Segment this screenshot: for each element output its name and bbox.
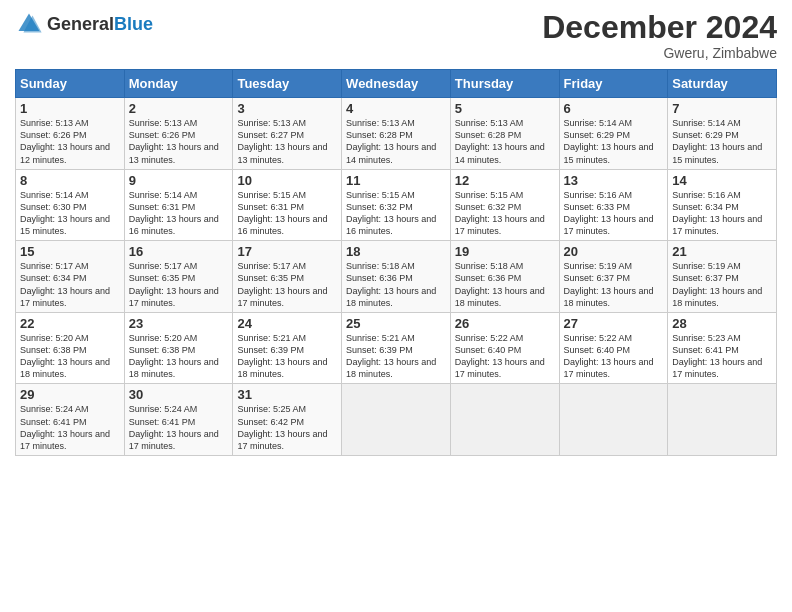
list-item: 8 Sunrise: 5:14 AMSunset: 6:30 PMDayligh… [16,169,125,241]
list-item: 21 Sunrise: 5:19 AMSunset: 6:37 PMDaylig… [668,241,777,313]
list-item: 27 Sunrise: 5:22 AMSunset: 6:40 PMDaylig… [559,312,668,384]
list-item [342,384,451,456]
table-row: 8 Sunrise: 5:14 AMSunset: 6:30 PMDayligh… [16,169,777,241]
col-monday: Monday [124,70,233,98]
header-row: Sunday Monday Tuesday Wednesday Thursday… [16,70,777,98]
table-row: 15 Sunrise: 5:17 AMSunset: 6:34 PMDaylig… [16,241,777,313]
list-item [559,384,668,456]
list-item: 31 Sunrise: 5:25 AMSunset: 6:42 PMDaylig… [233,384,342,456]
table-row: 22 Sunrise: 5:20 AMSunset: 6:38 PMDaylig… [16,312,777,384]
subtitle: Gweru, Zimbabwe [542,45,777,61]
col-tuesday: Tuesday [233,70,342,98]
table-row: 29 Sunrise: 5:24 AMSunset: 6:41 PMDaylig… [16,384,777,456]
logo: GeneralBlue [15,10,153,38]
list-item: 16 Sunrise: 5:17 AMSunset: 6:35 PMDaylig… [124,241,233,313]
page: GeneralBlue December 2024 Gweru, Zimbabw… [0,0,792,612]
list-item: 17 Sunrise: 5:17 AMSunset: 6:35 PMDaylig… [233,241,342,313]
list-item: 19 Sunrise: 5:18 AMSunset: 6:36 PMDaylig… [450,241,559,313]
title-area: December 2024 Gweru, Zimbabwe [542,10,777,61]
list-item: 18 Sunrise: 5:18 AMSunset: 6:36 PMDaylig… [342,241,451,313]
col-sunday: Sunday [16,70,125,98]
list-item: 14 Sunrise: 5:16 AMSunset: 6:34 PMDaylig… [668,169,777,241]
list-item: 15 Sunrise: 5:17 AMSunset: 6:34 PMDaylig… [16,241,125,313]
list-item: 23 Sunrise: 5:20 AMSunset: 6:38 PMDaylig… [124,312,233,384]
list-item: 6 Sunrise: 5:14 AMSunset: 6:29 PMDayligh… [559,98,668,170]
list-item: 22 Sunrise: 5:20 AMSunset: 6:38 PMDaylig… [16,312,125,384]
header: GeneralBlue December 2024 Gweru, Zimbabw… [15,10,777,61]
list-item: 10 Sunrise: 5:15 AMSunset: 6:31 PMDaylig… [233,169,342,241]
col-wednesday: Wednesday [342,70,451,98]
list-item: 7 Sunrise: 5:14 AMSunset: 6:29 PMDayligh… [668,98,777,170]
col-thursday: Thursday [450,70,559,98]
list-item: 11 Sunrise: 5:15 AMSunset: 6:32 PMDaylig… [342,169,451,241]
calendar-body: 1 Sunrise: 5:13 AMSunset: 6:26 PMDayligh… [16,98,777,456]
list-item [668,384,777,456]
main-title: December 2024 [542,10,777,45]
list-item: 13 Sunrise: 5:16 AMSunset: 6:33 PMDaylig… [559,169,668,241]
list-item: 9 Sunrise: 5:14 AMSunset: 6:31 PMDayligh… [124,169,233,241]
list-item: 30 Sunrise: 5:24 AMSunset: 6:41 PMDaylig… [124,384,233,456]
list-item: 28 Sunrise: 5:23 AMSunset: 6:41 PMDaylig… [668,312,777,384]
logo-text: GeneralBlue [47,14,153,35]
list-item: 3 Sunrise: 5:13 AMSunset: 6:27 PMDayligh… [233,98,342,170]
list-item: 24 Sunrise: 5:21 AMSunset: 6:39 PMDaylig… [233,312,342,384]
list-item: 29 Sunrise: 5:24 AMSunset: 6:41 PMDaylig… [16,384,125,456]
list-item: 5 Sunrise: 5:13 AMSunset: 6:28 PMDayligh… [450,98,559,170]
logo-icon [15,10,43,38]
list-item: 1 Sunrise: 5:13 AMSunset: 6:26 PMDayligh… [16,98,125,170]
calendar-table: Sunday Monday Tuesday Wednesday Thursday… [15,69,777,456]
col-saturday: Saturday [668,70,777,98]
list-item: 4 Sunrise: 5:13 AMSunset: 6:28 PMDayligh… [342,98,451,170]
calendar-header: Sunday Monday Tuesday Wednesday Thursday… [16,70,777,98]
col-friday: Friday [559,70,668,98]
list-item: 2 Sunrise: 5:13 AMSunset: 6:26 PMDayligh… [124,98,233,170]
list-item: 20 Sunrise: 5:19 AMSunset: 6:37 PMDaylig… [559,241,668,313]
list-item [450,384,559,456]
list-item: 12 Sunrise: 5:15 AMSunset: 6:32 PMDaylig… [450,169,559,241]
list-item: 25 Sunrise: 5:21 AMSunset: 6:39 PMDaylig… [342,312,451,384]
list-item: 26 Sunrise: 5:22 AMSunset: 6:40 PMDaylig… [450,312,559,384]
table-row: 1 Sunrise: 5:13 AMSunset: 6:26 PMDayligh… [16,98,777,170]
